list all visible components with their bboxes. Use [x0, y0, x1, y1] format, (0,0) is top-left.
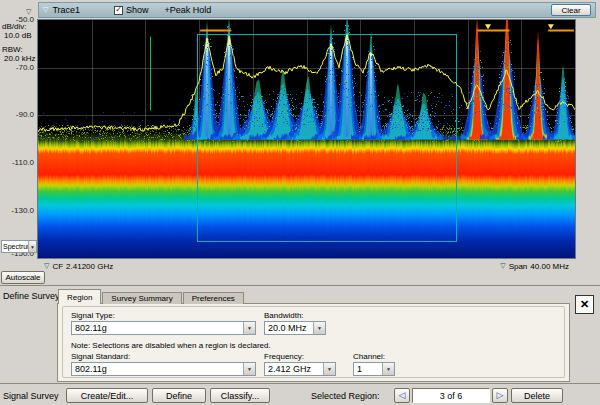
- tab-preferences[interactable]: Preferences: [183, 292, 244, 304]
- trace-toolbar: ▽ Trace1 ✓ Show +Peak Hold Clear: [38, 2, 596, 18]
- show-label: Show: [126, 5, 149, 15]
- signal-standard-value: 802.11g: [72, 363, 243, 375]
- y-axis-tick: -90.0: [0, 110, 34, 119]
- y-axis-tick: -110.0: [0, 158, 34, 167]
- frequency-readout-bar: ▽ CF 2.41200 GHz ▽ Span 40.00 MHz: [38, 258, 575, 274]
- delete-button[interactable]: Delete: [511, 388, 563, 403]
- trace-label: Trace1: [52, 5, 80, 15]
- signal-type-value: 802.11g: [72, 322, 243, 334]
- cf-readout: ▽ CF 2.41200 GHz: [44, 262, 113, 271]
- signal-standard-select[interactable]: 802.11g ▼: [71, 362, 256, 376]
- selected-region-label: Selected Region:: [311, 391, 380, 401]
- frequency-value: 2.412 GHz: [265, 363, 323, 375]
- signal-standard-label: Signal Standard:: [71, 352, 130, 361]
- arrow-left-icon: ◁: [399, 391, 406, 400]
- bandwidth-select[interactable]: 20.0 MHz ▼: [264, 321, 326, 335]
- spectrum-analyzer-window: ▽ Trace1 ✓ Show +Peak Hold Clear ▽ -50.0…: [0, 0, 600, 405]
- view-select-value: Spectrum: [2, 241, 28, 252]
- span-label: Span: [509, 262, 528, 271]
- dropdown-arrow-icon: ▼: [313, 322, 325, 334]
- cf-marker-icon: ▽: [44, 262, 49, 270]
- db-div-label: dB/div:: [2, 22, 26, 31]
- tab-survey-summary[interactable]: Survey Summary: [102, 292, 181, 304]
- dropdown-arrow-icon: ▼: [382, 363, 394, 375]
- view-select[interactable]: Spectrum ▼: [1, 240, 37, 253]
- arrow-right-icon: ▷: [497, 391, 504, 400]
- trace-marker-icon: ▽: [43, 6, 48, 14]
- survey-tabs: Region Survey Summary Preferences: [58, 289, 245, 304]
- rbw-value: 20.0 kHz: [4, 54, 36, 63]
- dropdown-arrow-icon: ▼: [243, 363, 255, 375]
- signal-type-label: Signal Type:: [71, 311, 115, 320]
- dropdown-arrow-icon: ▼: [323, 363, 335, 375]
- dropdown-arrow-icon: ▼: [28, 241, 36, 252]
- close-button[interactable]: ✕: [575, 295, 594, 314]
- close-icon: ✕: [580, 298, 589, 311]
- db-div-value: 10.0 dB: [4, 31, 32, 40]
- channel-select[interactable]: 1 ▼: [353, 362, 395, 376]
- region-note: Note: Selections are disabled when a reg…: [71, 341, 271, 350]
- bandwidth-value: 20.0 MHz: [265, 322, 313, 334]
- check-icon: ✓: [115, 6, 122, 14]
- signal-type-select[interactable]: 802.11g ▼: [71, 321, 256, 335]
- span-value: 40.00 MHz: [530, 262, 569, 271]
- channel-value: 1: [354, 363, 382, 375]
- rbw-label: RBW:: [2, 45, 23, 54]
- show-checkbox[interactable]: ✓: [114, 6, 123, 15]
- cf-label: CF: [52, 262, 63, 271]
- cf-value: 2.41200 GHz: [66, 262, 113, 271]
- clear-button[interactable]: Clear: [551, 4, 591, 16]
- classify-button[interactable]: Classify...: [210, 388, 270, 403]
- define-button[interactable]: Define: [152, 388, 206, 403]
- region-tab-panel: Signal Type: Bandwidth: 802.11g ▼ 20.0 M…: [57, 303, 570, 382]
- define-survey-label: Define Survey: [3, 291, 60, 301]
- frequency-select[interactable]: 2.412 GHz ▼: [264, 362, 336, 376]
- next-region-button[interactable]: ▷: [492, 388, 508, 403]
- frequency-label: Frequency:: [264, 352, 304, 361]
- signal-survey-label: Signal Survey: [3, 391, 59, 401]
- channel-label: Channel:: [353, 352, 385, 361]
- create-edit-button[interactable]: Create/Edit...: [66, 388, 148, 403]
- bandwidth-label: Bandwidth:: [264, 311, 304, 320]
- spectrogram-display[interactable]: [38, 20, 575, 258]
- signal-survey-bar: Signal Survey Create/Edit... Define Clas…: [0, 383, 600, 405]
- selected-region-indicator: 3 of 6: [412, 388, 490, 403]
- y-axis-tick: -130.0: [0, 206, 34, 215]
- define-survey-section: Define Survey Region Survey Summary Pref…: [0, 285, 600, 383]
- span-readout: ▽ Span 40.00 MHz: [500, 262, 569, 271]
- previous-region-button[interactable]: ◁: [394, 388, 410, 403]
- peak-hold-label: +Peak Hold: [165, 5, 212, 15]
- span-marker-icon: ▽: [500, 262, 505, 270]
- y-axis-tick: -70.0: [0, 63, 34, 72]
- dropdown-arrow-icon: ▼: [243, 322, 255, 334]
- tab-region[interactable]: Region: [58, 289, 101, 304]
